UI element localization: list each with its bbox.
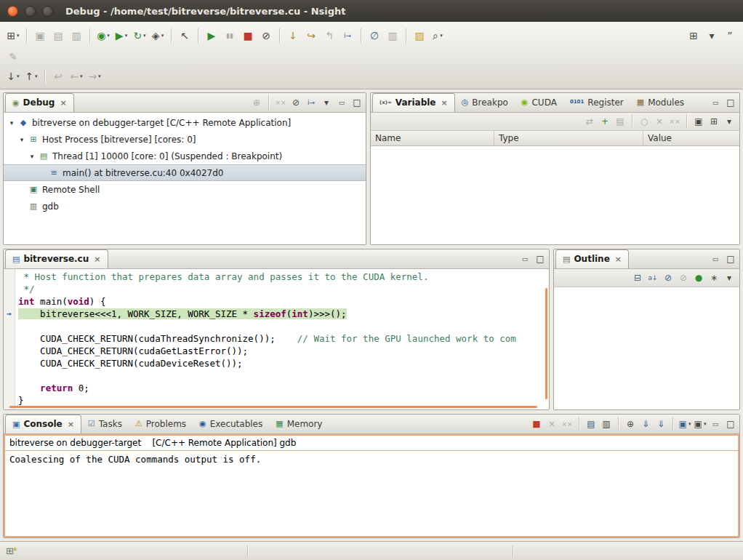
display-console-icon[interactable]: ▣▾ — [693, 417, 707, 431]
sort-icon[interactable]: a↓ — [646, 271, 660, 285]
instruction-stepping-toggle-icon[interactable]: i→ — [304, 95, 318, 110]
debug-tree-item[interactable]: ▾▤Thread [1] 10000 [core: 0] (Suspended … — [4, 148, 366, 164]
debug-tree-item[interactable]: ▾⊞Host Process [bitreverse] [cores: 0] — [4, 131, 366, 148]
tab-register[interactable]: 0101Register — [563, 93, 630, 112]
filters-icon[interactable]: ∗ — [707, 271, 721, 285]
window-maximize-button[interactable] — [42, 6, 53, 17]
tab-memory[interactable]: ▦Memory — [269, 415, 329, 433]
maximize-icon[interactable]: □ — [350, 95, 364, 110]
save-all-icon[interactable]: ▤ — [49, 27, 67, 44]
code-editor[interactable]: → * Host function that prepares data arr… — [4, 269, 549, 409]
remove-all-launches-icon[interactable]: ×× — [560, 417, 574, 431]
skip-breakpoints-icon[interactable]: ∅ — [366, 27, 383, 44]
show-stderr-icon[interactable]: ⇓ — [654, 417, 668, 431]
profile-icon[interactable]: ↻▾ — [131, 27, 148, 44]
back-icon[interactable]: ←▾ — [68, 68, 85, 85]
collapse-all-icon[interactable]: ⊟ — [630, 271, 645, 285]
expander-icon[interactable]: ▾ — [27, 153, 37, 160]
instruction-stepping-icon[interactable]: i→ — [339, 27, 356, 44]
open-element-icon[interactable]: ▨ — [411, 27, 428, 44]
hide-static-icon[interactable]: ⊘ — [676, 271, 691, 285]
minimize-icon[interactable]: ▭ — [708, 417, 723, 431]
remove-all-terminated-icon[interactable]: ×× — [273, 95, 288, 110]
console-output[interactable]: Coalescing of the CUDA commands output i… — [5, 451, 738, 536]
column-header-type[interactable]: Type — [494, 131, 643, 145]
save-icon[interactable]: ▣ — [31, 27, 49, 44]
next-annotation-icon[interactable]: ↓▾ — [4, 68, 22, 85]
close-icon[interactable]: × — [615, 255, 622, 264]
drop-to-frame-icon[interactable]: ▥ — [384, 27, 401, 44]
maximize-icon[interactable]: □ — [723, 417, 738, 431]
remove-all-variables-icon[interactable]: ×× — [667, 114, 682, 129]
step-into-icon[interactable]: ↓ — [284, 27, 302, 44]
tab-debug[interactable]: ◉Debug× — [5, 93, 74, 112]
fast-view-icon[interactable]: ⊞∗ — [6, 545, 17, 556]
terminate-icon[interactable]: ■ — [239, 27, 257, 44]
add-global-variables-icon[interactable]: + — [598, 114, 612, 129]
disconnect-view-icon[interactable]: ⊘ — [289, 95, 303, 110]
pin-console-icon[interactable]: ⊕ — [623, 417, 638, 431]
perspective-caret-icon[interactable]: ▾ — [703, 27, 720, 44]
link-with-debug-icon[interactable]: ⊞ — [707, 114, 721, 129]
step-over-icon[interactable]: ↪ — [302, 27, 320, 44]
vertical-scrollbar[interactable] — [545, 288, 547, 399]
editor-gutter[interactable]: → — [4, 269, 15, 409]
open-perspective-icon[interactable]: ⊞ — [685, 27, 702, 44]
hide-non-public-icon[interactable]: ● — [691, 271, 706, 285]
toolbar-overflow-icon[interactable]: ” — [721, 27, 739, 44]
print-icon[interactable]: ▥ — [68, 27, 85, 44]
tab-cuda[interactable]: ◉CUDA — [515, 93, 563, 112]
column-header-name[interactable]: Name — [371, 131, 494, 145]
debug-tree-item[interactable]: ▣Remote Shell — [4, 181, 366, 198]
copy-variables-icon[interactable]: ▤ — [613, 114, 627, 129]
prev-annotation-icon[interactable]: ↑▾ — [23, 68, 40, 85]
maximize-icon[interactable]: □ — [533, 252, 547, 266]
maximize-icon[interactable]: □ — [723, 95, 738, 110]
suspend-icon[interactable]: ▮▮ — [221, 27, 238, 44]
disconnect-icon[interactable]: ⊘ — [257, 27, 275, 44]
forward-icon[interactable]: →▾ — [86, 68, 103, 85]
remove-launch-icon[interactable]: × — [545, 417, 559, 431]
tab-modules[interactable]: ▦Modules — [630, 93, 691, 112]
minimize-icon[interactable]: ▭ — [708, 95, 723, 110]
open-console-icon[interactable]: ▣▾ — [678, 417, 692, 431]
view-menu-icon[interactable]: ▾ — [722, 271, 736, 285]
terminate-console-icon[interactable]: ■ — [529, 417, 544, 431]
tab-variable[interactable]: (x)=Variable× — [372, 93, 455, 112]
close-icon[interactable]: × — [60, 98, 66, 108]
view-menu-icon[interactable]: ▾ — [319, 95, 334, 110]
show-logical-structure-icon[interactable]: ⇄ — [582, 114, 597, 129]
search-icon[interactable]: ⌕▾ — [429, 27, 446, 44]
tab-outline[interactable]: ▤Outline× — [555, 249, 629, 268]
debug-tree-item[interactable]: ▥gdb — [4, 198, 366, 215]
show-stdout-icon[interactable]: ⇓ — [638, 417, 653, 431]
close-icon[interactable]: × — [68, 420, 74, 429]
disable-variable-icon[interactable]: ○ — [637, 114, 651, 129]
remove-variable-icon[interactable]: × — [652, 114, 667, 129]
window-minimize-button[interactable] — [25, 6, 36, 17]
clear-console-icon[interactable]: ▤ — [584, 417, 598, 431]
resume-icon[interactable]: ▶ — [203, 27, 220, 44]
last-edit-location-icon[interactable]: ↩ — [49, 68, 67, 85]
new-wizard-icon[interactable]: ⊞▾ — [4, 27, 22, 44]
tab-problems[interactable]: ⚠Problems — [129, 415, 193, 433]
window-close-button[interactable] — [7, 6, 18, 17]
console-body[interactable]: bitreverse on debugger-target [C/C++ Rem… — [4, 434, 739, 537]
maximize-icon[interactable]: □ — [723, 252, 738, 266]
close-icon[interactable]: × — [441, 98, 447, 108]
view-menu-icon[interactable]: ▾ — [722, 114, 736, 129]
expander-icon[interactable]: ▾ — [17, 136, 27, 143]
debug-icon[interactable]: ◉▾ — [95, 27, 112, 44]
tab-executables[interactable]: ◉Executables — [193, 415, 269, 433]
expander-icon[interactable]: ▾ — [7, 119, 17, 127]
new-view-icon[interactable]: ▣ — [691, 114, 706, 129]
close-icon[interactable]: × — [94, 255, 100, 264]
tab-bitreverse-cu[interactable]: ▤bitreverse.cu× — [5, 249, 108, 268]
minimize-icon[interactable]: ▭ — [518, 252, 532, 266]
external-tools-icon[interactable]: ◈▾ — [149, 27, 166, 44]
pin-view-icon[interactable]: ⊕ — [249, 95, 264, 110]
mark-occurrences-icon[interactable]: ✎ — [4, 48, 22, 65]
run-icon[interactable]: ▶▾ — [113, 27, 130, 44]
minimize-icon[interactable]: ▭ — [708, 252, 723, 266]
hide-fields-icon[interactable]: ⊘ — [661, 271, 675, 285]
